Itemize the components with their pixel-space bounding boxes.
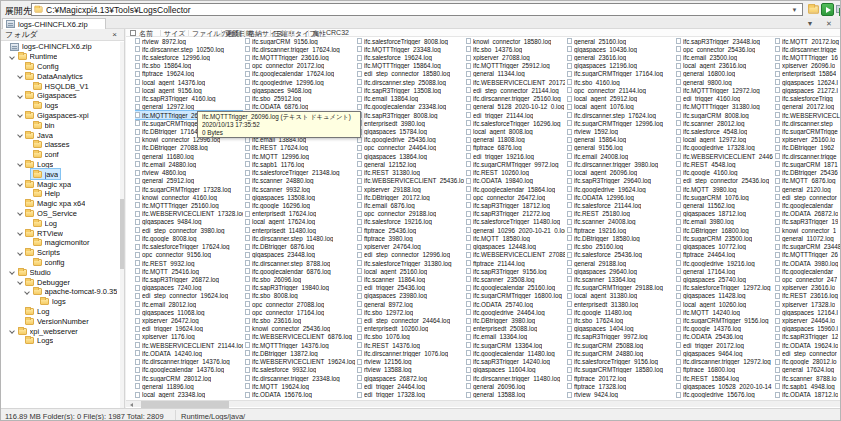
tree-expand-chevron-icon[interactable] (16, 211, 23, 215)
file-item[interactable]: ifc.sbo_25912.log (245, 95, 355, 103)
tree-item-log[interactable]: Log (1, 307, 120, 317)
file-item[interactable]: ifc.REST_25180.log (567, 210, 674, 218)
file-item[interactable]: general_12152.log (357, 160, 464, 168)
file-item[interactable]: xpiserver_29188.log (357, 185, 464, 193)
file-item[interactable]: ifc.email_28012.log (135, 300, 243, 308)
file-item[interactable]: gigaspaces_12196.log (567, 62, 674, 70)
file-item[interactable]: general_25160.log (567, 37, 674, 45)
file-item[interactable]: ifc.sugarCRM_24880.log (567, 349, 674, 357)
tree-expand-chevron-icon[interactable] (16, 182, 23, 186)
file-item[interactable]: general_23616.log (567, 53, 674, 61)
tree-expand-chevron-icon[interactable] (16, 162, 23, 166)
file-item[interactable]: ifc.email_23500.log (676, 53, 773, 61)
file-item[interactable]: ifc.ODATA_25740.log (466, 300, 565, 308)
file-item[interactable]: ifc.ODATA_3980.log (775, 259, 841, 267)
file-item[interactable]: ifc.sbo_26096.log (245, 275, 355, 283)
file-item[interactable]: ifc.googledrive_17328.log (676, 144, 773, 152)
file-item[interactable]: ifc.sbo_12972.log (357, 308, 464, 316)
tree-item-log[interactable]: Log (1, 218, 120, 228)
browse-folder-button[interactable] (806, 3, 820, 16)
file-item[interactable]: ifc.sapR3Trigger_4160.log (135, 95, 243, 103)
tree-item-bin[interactable]: bin (1, 120, 120, 130)
file-item[interactable]: ifc.sapR3Trigger_13508.log (357, 86, 464, 94)
tree-item-body[interactable]: OS_Service (23, 209, 79, 219)
file-item[interactable]: ifc.sbo_1076.log (357, 333, 464, 341)
file-item[interactable]: edi_trigger_19216.log (466, 152, 565, 160)
file-item[interactable]: ifc.email_3980.log (676, 218, 773, 226)
file-item[interactable]: ifc.MQTT_6876.log (775, 177, 841, 185)
file-item[interactable]: gigaspaces_11604.log (466, 366, 565, 374)
file-item[interactable]: gigaspaces_18712.log (676, 210, 773, 218)
tree-item-body[interactable]: Log (31, 218, 60, 228)
file-item[interactable]: local_agent_25912.log (567, 95, 674, 103)
file-item[interactable]: ifc.WEBSERVICECLIENT_6876.log (245, 333, 355, 341)
tab-archive[interactable]: logs-CHINCFLX6.zip (2, 18, 106, 29)
file-item[interactable]: ifc.googledrive_25436.log (357, 136, 464, 144)
file-item[interactable]: ftptrace_20172.log (567, 374, 674, 382)
file-item[interactable]: general_8972.log (357, 300, 464, 308)
file-item[interactable]: edi_trigger_17328.log (357, 390, 464, 398)
file-item[interactable]: ifc.MQTT_14240.log (676, 308, 773, 316)
file-item[interactable]: general_11072.log (775, 234, 841, 242)
tree-scrollbar[interactable] (120, 42, 124, 408)
file-item[interactable]: edi_trigger_21144.log (466, 111, 565, 119)
file-item[interactable]: ifc.REST_14376.log (357, 341, 464, 349)
file-item[interactable]: gigaspaces_13864.log (357, 152, 464, 160)
tree-item-java[interactable]: java (1, 169, 120, 179)
file-item[interactable]: ifc.sugarCRM_8008.log (676, 111, 773, 119)
tree-expand-chevron-icon[interactable] (16, 251, 23, 255)
tree-item-body[interactable]: Magic xpa x64 (23, 199, 87, 209)
file-item[interactable]: ifc.REST_4548.log (676, 160, 773, 168)
chevron-down-icon[interactable]: ▼ (789, 4, 800, 15)
file-item[interactable]: ifc.dirscanner.trigge (775, 45, 841, 53)
file-item[interactable]: knowi_connector_18580.log (466, 37, 565, 45)
file-item[interactable]: edi_step_connector_25436.log (676, 177, 773, 185)
file-item[interactable]: xpiserver_26096.lo (775, 62, 841, 70)
file-item[interactable]: ifc.email_13864.log (357, 95, 464, 103)
tree-expand-chevron-icon[interactable] (16, 280, 23, 284)
file-item[interactable]: opc_connector_27088.log (245, 300, 355, 308)
file-item[interactable]: ifc.dirscanner.step_25088.log (357, 78, 464, 86)
file-item[interactable]: ftptrace_6876.log (466, 144, 565, 152)
file-item[interactable]: ifc.googlecalendar_ (775, 267, 841, 275)
file-item[interactable]: ifc.sapR3Trigger_9972.log (567, 333, 674, 341)
file-item[interactable]: ifc.salesforceTrigg (775, 95, 841, 103)
file-item[interactable]: ifc.sapR3Trigger_29640.log (567, 177, 674, 185)
file-item[interactable]: ifc.scanner_24008.log (567, 218, 674, 226)
file-item[interactable]: ifc.salesforceTrigger_21348.log (245, 169, 355, 177)
tree-item-body[interactable]: java (31, 169, 61, 179)
file-item[interactable]: rtview_8972.log (135, 37, 243, 45)
file-item[interactable]: ifc.googledrive_19216.log (676, 259, 773, 267)
window-mode-button[interactable] (835, 3, 841, 16)
tree-item-body[interactable]: Help (31, 189, 62, 199)
file-item[interactable]: gigaspaces_26872.log (357, 374, 464, 382)
file-item[interactable]: ifc.salesforceTrigger_31380.log (357, 259, 464, 267)
destination-path-combobox[interactable]: C:¥Magicxpi4.13¥Tools¥LogsCollector ▼ (31, 3, 803, 16)
file-item[interactable]: ifc.sbo_23616.log (245, 316, 355, 324)
file-item[interactable]: ifc.sugarCRMTrigger_29188.log (567, 284, 674, 292)
file-item[interactable]: edi_step_connector (775, 193, 841, 201)
file-item[interactable]: ifc.DBtrigger_25436 (775, 169, 841, 177)
file-item[interactable]: ifc.email_13364.log (466, 333, 565, 341)
file-item[interactable]: general_25912.log (135, 177, 243, 185)
file-item[interactable]: ifc.MQTTTrigger_23616.log (245, 53, 355, 61)
tree-item-body[interactable]: Scripts (23, 248, 62, 258)
file-item[interactable]: edi_trigger_25436.log (357, 284, 464, 292)
file-item[interactable]: ifc.sbo_15864.log (135, 62, 243, 70)
tree-item-body[interactable]: logs (31, 101, 61, 111)
file-item[interactable]: edi_trigger_19624.log (135, 325, 243, 333)
tree-item-scripts[interactable]: Scripts (1, 248, 120, 258)
file-item[interactable]: ifc.google_16296.log (245, 201, 355, 209)
file-item[interactable]: ifc.dirscanner.step_17624.log (567, 111, 674, 119)
tree-expand-chevron-icon[interactable] (24, 290, 31, 294)
file-item[interactable]: ifc.sugarCRMTrigger_9156.log (676, 316, 773, 324)
file-item[interactable]: local_agent_23616.log (676, 62, 773, 70)
file-item[interactable]: gigaspaces_12448.log (466, 242, 565, 250)
file-item[interactable]: local_agent_10260.log (676, 300, 773, 308)
file-item[interactable]: edi_step_connector (775, 349, 841, 357)
tree-item-body[interactable]: logs (38, 297, 68, 307)
file-item[interactable]: ifc.googlecalendar_ (775, 201, 841, 209)
file-item[interactable]: rtview_4860.log (135, 169, 243, 177)
file-item[interactable]: enterprisedt_3980.log (357, 119, 464, 127)
file-item[interactable]: ifc.sapR3Trigger_9156.log (466, 267, 565, 275)
